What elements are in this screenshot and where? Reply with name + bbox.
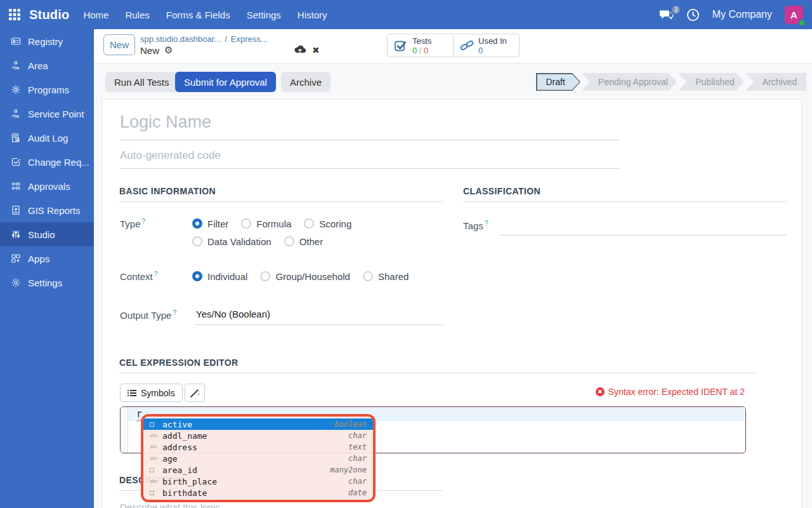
radio-option-scoring[interactable]: Scoring <box>304 218 351 229</box>
autocomplete-item-birth-place[interactable]: abc birth_place char <box>143 476 373 487</box>
activity-clock-icon[interactable] <box>686 8 700 22</box>
sidebar-item-apps[interactable]: Apps <box>0 246 94 271</box>
sliders-icon <box>11 229 21 239</box>
step-archived[interactable]: Archived <box>745 73 806 91</box>
tags-input[interactable] <box>501 217 787 236</box>
sidebar-item-audit-log[interactable]: Audit Log <box>0 126 94 150</box>
sidebar-item-service-point[interactable]: Service Point <box>0 102 94 126</box>
radio-group-household[interactable] <box>260 271 270 281</box>
radio-filter[interactable] <box>192 218 202 229</box>
sidebar-item-change-requests[interactable]: Change Req... <box>0 150 94 174</box>
autocomplete-item-age[interactable]: abc age char <box>143 453 373 464</box>
char-field-icon: abc <box>150 479 160 484</box>
step-label: Archived <box>763 77 797 87</box>
output-type-select[interactable]: Yes/No (Boolean) <box>195 306 443 325</box>
apps-plus-icon <box>11 253 21 264</box>
sidebar-item-studio[interactable]: Studio <box>0 222 94 246</box>
sidebar-item-programs[interactable]: Programs <box>0 77 94 102</box>
step-draft[interactable]: Draft <box>536 73 580 91</box>
approvals-list-icon <box>11 181 21 191</box>
sidebar-item-approvals[interactable]: Approvals <box>0 174 94 198</box>
symbols-button[interactable]: Symbols <box>120 384 183 402</box>
hand-service-icon <box>11 109 21 119</box>
step-published[interactable]: Published <box>678 73 744 91</box>
autocomplete-item-addl-name[interactable]: abc addl_name char <box>143 430 373 441</box>
check-square-icon <box>11 157 21 167</box>
cel-expression-editor-heading: CEL EXPRESSION EDITOR <box>119 358 756 373</box>
gis-report-icon <box>11 205 21 215</box>
breadcrumb-model-link[interactable]: spp.studio.dashboar... <box>140 34 221 44</box>
record-title: New <box>140 45 159 56</box>
magic-wand-button[interactable] <box>185 384 205 402</box>
tests-stat-button[interactable]: Tests 0 / 0 <box>388 34 453 57</box>
breadcrumb-separator: / <box>225 34 227 44</box>
autocomplete-item-address[interactable]: abc address text <box>143 441 373 453</box>
boolean-field-icon <box>150 422 160 427</box>
radio-option-data-validation[interactable]: Data Validation <box>192 236 272 247</box>
save-cloud-icon[interactable] <box>294 44 306 55</box>
breadcrumb: spp.studio.dashboar... / Express... <box>140 34 268 44</box>
radio-individual[interactable] <box>192 271 202 281</box>
audit-log-icon <box>11 133 21 143</box>
nav-rules[interactable]: Rules <box>125 10 149 20</box>
sidebar-item-settings[interactable]: Settings <box>0 271 94 295</box>
used-in-stat-button[interactable]: Used In 0 <box>453 34 519 57</box>
apps-grid-icon[interactable] <box>9 9 20 20</box>
discard-close-icon[interactable]: ✖ <box>312 45 320 55</box>
code-input[interactable] <box>120 148 620 169</box>
autocomplete-item-area-id[interactable]: area_id many2one <box>143 464 373 476</box>
nav-history[interactable]: History <box>298 10 327 20</box>
help-icon[interactable]: ? <box>142 218 146 225</box>
nav-forms-fields[interactable]: Forms & Fields <box>166 10 230 20</box>
sidebar-label: GIS Reports <box>28 205 81 216</box>
record-actions-gear-icon[interactable]: ⚙ <box>164 44 173 56</box>
radio-option-formula[interactable]: Formula <box>241 218 291 229</box>
avatar-letter: A <box>790 10 797 20</box>
chat-icon[interactable]: 3 <box>658 9 674 21</box>
top-navbar: Studio Home Rules Forms & Fields Setting… <box>0 0 812 29</box>
radio-option-other[interactable]: Other <box>284 236 324 247</box>
nav-home[interactable]: Home <box>83 10 108 20</box>
radio-shared[interactable] <box>363 271 373 281</box>
sidebar-item-registry[interactable]: Registry <box>0 29 94 53</box>
app-title[interactable]: Studio <box>29 8 69 22</box>
app-window: Studio Home Rules Forms & Fields Setting… <box>0 0 812 508</box>
radio-other[interactable] <box>284 236 294 246</box>
autocomplete-item-birthdate[interactable]: birthdate date <box>143 487 373 498</box>
submit-for-approval-button[interactable]: Submit for Approval <box>175 72 276 92</box>
help-icon[interactable]: ? <box>173 309 176 316</box>
autocomplete-item-active[interactable]: active boolean <box>143 418 373 430</box>
tags-field-row: Tags? <box>463 217 787 236</box>
used-in-count: 0 <box>478 46 507 55</box>
nav-settings[interactable]: Settings <box>247 10 281 20</box>
breadcrumb-view-link[interactable]: Express... <box>231 34 268 44</box>
hand-area-icon <box>11 60 21 70</box>
radio-scoring[interactable] <box>304 218 314 229</box>
step-pending-approval[interactable]: Pending Approval <box>582 73 677 91</box>
step-label: Pending Approval <box>598 77 668 87</box>
sidebar-item-area[interactable]: Area <box>0 53 94 77</box>
user-avatar[interactable]: A <box>785 6 803 24</box>
chat-badge: 3 <box>671 4 681 15</box>
radio-option-shared[interactable]: Shared <box>363 271 409 282</box>
record-title-row: New ⚙ <box>140 44 173 56</box>
archive-button[interactable]: Archive <box>281 72 331 92</box>
company-menu[interactable]: My Company <box>712 9 772 20</box>
radio-option-filter[interactable]: Filter <box>192 218 228 229</box>
help-icon[interactable]: ? <box>154 271 158 277</box>
radio-option-individual[interactable]: Individual <box>192 271 247 282</box>
sidebar-label: Approvals <box>28 181 70 192</box>
help-icon[interactable]: ? <box>485 220 488 227</box>
new-record-button[interactable]: New <box>103 34 135 55</box>
radio-data-validation[interactable] <box>192 236 202 246</box>
radio-formula[interactable] <box>241 218 251 229</box>
logic-name-input[interactable] <box>120 109 620 140</box>
output-type-field-row: Output Type? Yes/No (Boolean) <box>120 306 443 325</box>
sidebar: Registry Area Programs Service Point Aud… <box>0 29 94 508</box>
online-status-dot <box>798 19 806 27</box>
radio-option-group-household[interactable]: Group/Household <box>260 271 350 282</box>
run-all-tests-button[interactable]: Run All Tests <box>105 72 178 92</box>
record-stat-buttons: Tests 0 / 0 Used In 0 <box>387 34 520 57</box>
sidebar-item-gis-reports[interactable]: GIS Reports <box>0 198 94 222</box>
sidebar-label: Change Req... <box>28 157 89 168</box>
